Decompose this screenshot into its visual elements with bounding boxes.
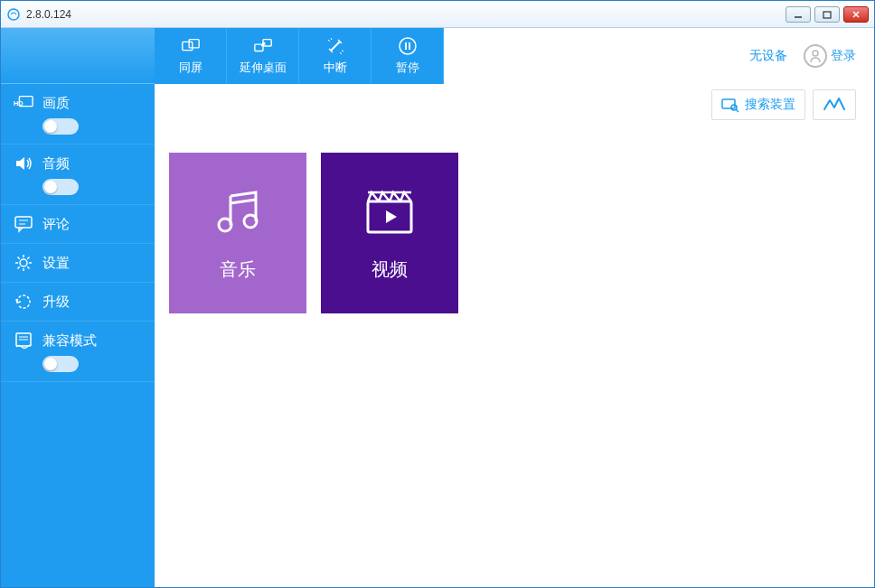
compat-icon xyxy=(14,331,33,350)
login-button[interactable]: 登录 xyxy=(804,44,856,68)
logo-area xyxy=(1,28,155,84)
tile-label: 音乐 xyxy=(220,257,256,282)
minimize-button[interactable] xyxy=(786,6,811,23)
svg-line-36 xyxy=(736,109,739,112)
pause-button[interactable]: 暂停 xyxy=(372,28,444,84)
quality-toggle[interactable] xyxy=(42,118,79,135)
svg-point-33 xyxy=(813,51,818,56)
gear-icon xyxy=(14,253,33,273)
audio-toggle[interactable] xyxy=(42,179,79,195)
mirror-button[interactable]: 同屏 xyxy=(155,28,227,84)
extend-button[interactable]: 延伸桌面 xyxy=(227,28,299,84)
search-device-icon xyxy=(721,97,739,113)
search-device-label: 搜索装置 xyxy=(745,97,795,113)
avatar-icon xyxy=(804,44,827,68)
sidebar-item-upgrade[interactable]: 升级 xyxy=(1,283,155,322)
music-icon xyxy=(211,185,265,239)
pause-icon xyxy=(398,36,418,56)
disconnect-button[interactable]: 中断 xyxy=(299,28,372,84)
svg-point-30 xyxy=(400,38,416,54)
svg-line-15 xyxy=(18,257,20,259)
window-controls xyxy=(786,6,869,23)
video-icon xyxy=(362,185,417,239)
app-icon xyxy=(6,7,21,22)
maximize-button[interactable] xyxy=(814,6,840,23)
video-tile[interactable]: 视频 xyxy=(321,153,458,313)
sidebar-item-label: 设置 xyxy=(42,255,70,272)
svg-line-17 xyxy=(18,266,20,268)
music-tile[interactable]: 音乐 xyxy=(169,153,306,313)
svg-rect-7 xyxy=(15,217,32,228)
toolbar-right: 无设备 登录 xyxy=(444,28,874,84)
svg-rect-2 xyxy=(823,12,831,18)
app-window: 2.8.0.124 HD 画质 音频 xyxy=(0,0,875,588)
toolbar: 同屏 延伸桌面 中断 暂停 无设备 登 xyxy=(155,28,874,84)
sidebar: HD 画质 音频 评论 xyxy=(1,28,155,587)
compat-toggle[interactable] xyxy=(42,356,79,372)
sidebar-item-audio[interactable]: 音频 xyxy=(1,145,155,205)
hd-icon: HD xyxy=(14,93,33,113)
toolbar-label: 暂停 xyxy=(396,60,419,76)
login-label: 登录 xyxy=(831,48,856,64)
svg-line-18 xyxy=(27,257,29,259)
sidebar-item-label: 画质 xyxy=(42,95,70,112)
sidebar-item-label: 升级 xyxy=(42,294,70,311)
sidebar-item-quality[interactable]: HD 画质 xyxy=(1,84,155,145)
svg-line-37 xyxy=(231,200,256,203)
svg-line-28 xyxy=(340,52,342,54)
search-device-button[interactable]: 搜索装置 xyxy=(711,89,805,120)
toolbar-label: 延伸桌面 xyxy=(240,60,287,76)
mirror-icon xyxy=(181,36,201,56)
tile-label: 视频 xyxy=(372,257,408,282)
no-device-label: 无设备 xyxy=(749,48,787,64)
sub-toolbar: 搜索装置 xyxy=(155,84,874,120)
window-title: 2.8.0.124 xyxy=(26,8,786,21)
titlebar: 2.8.0.124 xyxy=(1,1,874,28)
toolbar-label: 同屏 xyxy=(179,60,202,76)
main: 同屏 延伸桌面 中断 暂停 无设备 登 xyxy=(155,28,874,587)
extend-icon xyxy=(253,36,273,56)
svg-text:HD: HD xyxy=(14,99,24,107)
wave-button[interactable] xyxy=(813,89,856,120)
sidebar-item-label: 音频 xyxy=(42,155,70,173)
sidebar-item-settings[interactable]: 设置 xyxy=(1,244,155,283)
svg-line-16 xyxy=(27,266,29,268)
wave-icon xyxy=(823,97,846,113)
toolbar-label: 中断 xyxy=(324,60,347,76)
svg-rect-34 xyxy=(722,99,735,108)
close-button[interactable] xyxy=(843,6,869,23)
svg-point-10 xyxy=(20,259,27,266)
sidebar-item-label: 兼容模式 xyxy=(42,332,97,350)
svg-rect-22 xyxy=(182,42,192,50)
body: HD 画质 音频 评论 xyxy=(1,28,874,587)
disconnect-icon xyxy=(325,36,345,56)
speaker-icon xyxy=(14,154,33,173)
svg-rect-23 xyxy=(189,40,199,48)
svg-line-26 xyxy=(328,40,330,42)
sidebar-item-label: 评论 xyxy=(42,216,70,233)
content: 音乐 视频 xyxy=(155,120,874,587)
refresh-icon xyxy=(14,292,33,312)
svg-line-29 xyxy=(342,51,343,51)
sidebar-item-comment[interactable]: 评论 xyxy=(1,205,155,244)
svg-point-0 xyxy=(8,9,19,20)
svg-line-27 xyxy=(331,38,332,40)
sidebar-item-compat[interactable]: 兼容模式 xyxy=(1,322,155,382)
comment-icon xyxy=(14,214,33,234)
